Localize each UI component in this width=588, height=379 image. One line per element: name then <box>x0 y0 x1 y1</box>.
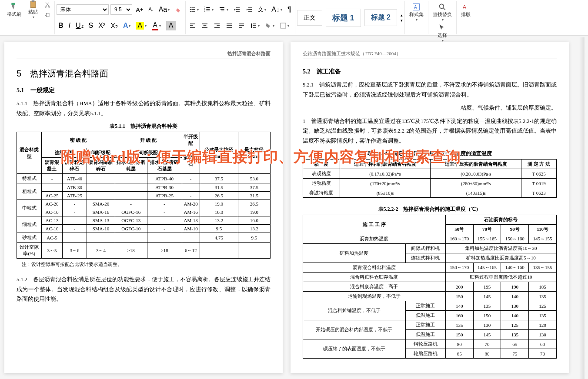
para-5.2.2a: 粘度、气候条件、铺装层的厚度确定。 <box>303 103 557 113</box>
text-effect-button[interactable]: A <box>121 21 133 30</box>
superscript-button[interactable]: X² <box>97 21 107 30</box>
style-up-button[interactable]: ▴ <box>401 13 403 17</box>
border-button[interactable] <box>278 21 291 30</box>
page-header-left: 热拌沥青混合料路面 <box>17 50 271 59</box>
underline-button[interactable]: U <box>74 21 85 30</box>
style-normal[interactable]: 正文 <box>297 10 322 26</box>
svg-rect-20 <box>221 11 224 11</box>
svg-rect-32 <box>202 27 207 27</box>
find-replace-button[interactable]: 查找替换 <box>430 2 454 23</box>
clear-format-button[interactable] <box>173 5 184 14</box>
svg-rect-36 <box>227 23 232 24</box>
style-heading2[interactable]: 标题 2 <box>364 9 397 26</box>
justify-button[interactable] <box>224 21 234 30</box>
svg-rect-38 <box>227 27 232 27</box>
numbering-button[interactable]: 123 <box>202 5 215 14</box>
svg-rect-7 <box>192 7 195 8</box>
page-left[interactable]: 热拌沥青混合料路面 5 热拌沥青混合料路面 5.1 一般规定 5.1.1 热拌沥… <box>4 42 283 373</box>
svg-point-6 <box>190 7 191 8</box>
align-left-button[interactable] <box>187 21 198 30</box>
svg-rect-44 <box>253 27 256 27</box>
svg-point-10 <box>190 11 191 12</box>
table-note: 注：设计空隙率可按配合比设计要求适当调整。 <box>22 261 271 268</box>
svg-rect-13 <box>207 7 210 8</box>
svg-rect-33 <box>214 23 220 24</box>
svg-rect-45 <box>281 23 286 28</box>
text-direction-button[interactable]: 文 <box>256 5 268 14</box>
table-5.2.2-2: 施 工 工 序石油沥青的标号50号70号90号110号沥青加热温度160～170… <box>303 215 557 359</box>
svg-rect-42 <box>253 23 256 24</box>
svg-rect-24 <box>248 7 252 8</box>
svg-rect-40 <box>239 25 244 26</box>
svg-rect-1 <box>32 0 35 2</box>
subscript-button[interactable]: X₂ <box>109 21 120 31</box>
svg-point-3 <box>48 6 50 7</box>
cut-button[interactable] <box>42 0 53 9</box>
svg-rect-19 <box>220 9 224 10</box>
svg-rect-21 <box>236 7 240 8</box>
svg-rect-26 <box>248 11 252 11</box>
align-center-button[interactable] <box>200 21 210 30</box>
svg-rect-18 <box>220 7 224 8</box>
svg-rect-30 <box>202 23 207 24</box>
svg-rect-34 <box>217 25 220 26</box>
heading-5.2: 5.2 施工准备 <box>303 68 557 76</box>
ribbon: 格式刷 粘贴 宋体 9.5 A+ A- Aa B I U S X² X₂ A A… <box>0 0 588 36</box>
svg-rect-9 <box>192 9 195 10</box>
table-5.2.2-2-title: 表5.2.2-2 热拌沥青混合料的施工温度（℃） <box>303 206 557 213</box>
page-right[interactable]: 公路沥青路面施工技术规范（JTG F40—2004） 5.2 施工准备 5.2.… <box>291 42 569 373</box>
style-heading1[interactable]: 标题 1 <box>326 9 361 27</box>
page-header-right: 公路沥青路面施工技术规范（JTG F40—2004） <box>303 50 557 59</box>
svg-rect-35 <box>214 27 220 27</box>
highlight-button[interactable]: A <box>134 21 148 30</box>
line-spacing-button[interactable] <box>248 21 261 30</box>
style-down-button[interactable]: ▾ <box>401 18 403 23</box>
heading-5: 5 热拌沥青混合料路面 <box>17 68 271 80</box>
svg-text:A: A <box>462 4 466 10</box>
svg-rect-28 <box>190 25 193 26</box>
shading-button[interactable]: A <box>164 20 178 31</box>
style-sets-button[interactable]: A样式集 <box>407 2 426 23</box>
heading-5.1: 5.1 一般规定 <box>17 86 271 94</box>
document-area: 热拌沥青混合料路面 5 热拌沥青混合料路面 5.1 一般规定 5.1.1 热拌沥… <box>0 36 588 379</box>
paste-button[interactable]: 粘贴 <box>26 0 40 20</box>
font-color-button[interactable]: A <box>150 20 163 31</box>
para-5.1.2: 5.1.2 各层沥青混合料应满足所在层位的功能性要求，便于施工，不容易离析。各层… <box>17 275 271 304</box>
case-button[interactable]: Aa <box>157 5 172 14</box>
svg-rect-43 <box>253 25 256 26</box>
watermark-overlay: 附赠word版：便于编辑直接打印、方便内容复制和搜索查询 <box>61 147 461 167</box>
italic-button[interactable]: I <box>67 21 72 30</box>
bold-button[interactable]: B <box>57 21 65 30</box>
shrink-font-button[interactable]: A- <box>147 6 155 13</box>
svg-rect-0 <box>30 1 36 8</box>
svg-rect-5 <box>46 13 49 17</box>
svg-rect-25 <box>248 9 252 10</box>
grow-font-button[interactable]: A+ <box>134 5 145 14</box>
indent-button[interactable] <box>244 5 254 14</box>
svg-rect-31 <box>204 25 207 26</box>
outdent-button[interactable] <box>232 5 242 14</box>
font-size-select[interactable]: 9.5 <box>110 4 132 15</box>
show-marks-button[interactable]: ¶ <box>286 5 293 14</box>
svg-rect-41 <box>239 27 242 27</box>
svg-point-8 <box>190 9 191 10</box>
copy-button[interactable] <box>42 10 53 19</box>
sort-button[interactable]: A↓ <box>270 5 284 14</box>
para-5.2.1: 5.2.1 铺筑沥青层前，应检查基层或下卧沥青层的质量，不符要求的不得铺筑沥青面… <box>303 80 557 100</box>
distribute-button[interactable] <box>236 21 247 30</box>
svg-point-2 <box>45 6 46 7</box>
strike-button[interactable]: S <box>87 21 95 30</box>
table-5.1.1-title: 表5.1.1 热拌沥青混合料种类 <box>17 123 271 130</box>
format-painter-button[interactable]: 格式刷 <box>4 1 24 18</box>
svg-rect-11 <box>192 11 195 11</box>
font-select[interactable]: 宋体 <box>57 4 109 15</box>
svg-rect-29 <box>190 27 195 27</box>
multilevel-button[interactable] <box>217 5 230 14</box>
para-5.2.2b: 1 普通沥青结合料的施工温度宜通过在135℃及175℃条件下测定的粘度—温度曲线… <box>303 116 557 146</box>
layout-button[interactable]: A排版 <box>458 2 473 19</box>
svg-rect-17 <box>207 11 210 11</box>
bullets-button[interactable] <box>187 5 200 14</box>
svg-rect-15 <box>207 9 210 10</box>
fill-button[interactable] <box>263 21 276 30</box>
align-right-button[interactable] <box>212 21 222 30</box>
